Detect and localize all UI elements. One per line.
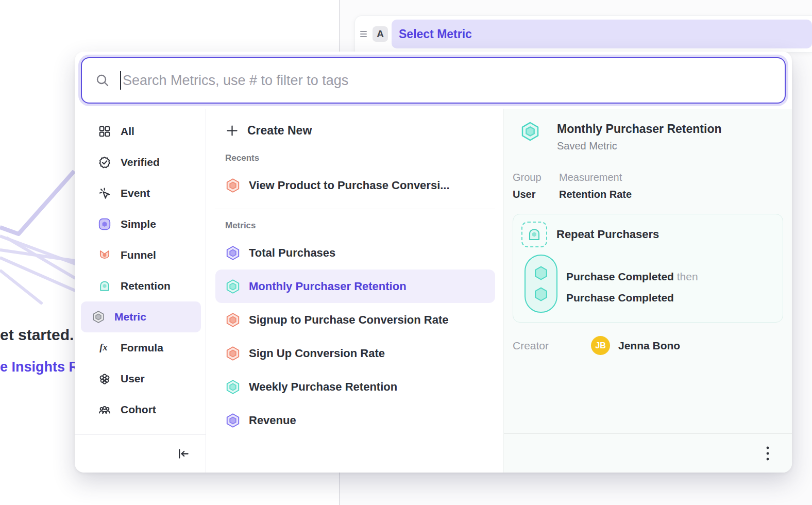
sidebar-item-label: Formula bbox=[121, 342, 163, 354]
sidebar-item-label: Metric bbox=[114, 311, 146, 323]
retention-metric-icon bbox=[225, 379, 241, 395]
metric-detail-panel: Monthly Purchaser Retention Saved Metric… bbox=[503, 109, 792, 473]
sidebar-item-formula[interactable]: fx Formula bbox=[81, 332, 201, 363]
metric-name: Weekly Purchase Retention bbox=[249, 380, 397, 394]
metrics-section-label: Metrics bbox=[206, 221, 503, 231]
sidebar-footer bbox=[75, 434, 206, 473]
select-metric-bar: A Select Metric bbox=[354, 15, 812, 53]
metric-row-signup-to-purchase[interactable]: Signup to Purchase Conversion Rate bbox=[215, 303, 495, 336]
background-insights-link-clipped[interactable]: e Insights Re bbox=[0, 359, 77, 375]
creator-avatar: JB bbox=[591, 336, 610, 355]
group-value: User bbox=[513, 189, 559, 200]
sidebar-item-event[interactable]: Event bbox=[81, 178, 201, 209]
sidebar-item-verified[interactable]: Verified bbox=[81, 147, 201, 178]
plus-icon bbox=[225, 124, 239, 138]
retention-metric-icon bbox=[225, 279, 241, 294]
group-label: Group bbox=[513, 172, 559, 183]
step-1-event: Purchase Completed bbox=[566, 271, 674, 282]
funnel-metric-icon bbox=[225, 346, 241, 361]
svg-text:fx: fx bbox=[99, 342, 107, 352]
metric-list-column: Create New Recents View Product to Purch… bbox=[206, 109, 504, 473]
measurement-label: Measurement bbox=[559, 172, 632, 183]
formula-icon: fx bbox=[98, 341, 111, 355]
sidebar-item-label: Retention bbox=[121, 280, 171, 292]
step-2-event: Purchase Completed bbox=[566, 287, 698, 308]
step-hexagon-icon bbox=[532, 285, 550, 303]
funnel-icon bbox=[98, 248, 111, 262]
user-icon bbox=[98, 372, 111, 385]
sidebar-item-user[interactable]: User bbox=[81, 363, 201, 394]
create-new-label: Create New bbox=[247, 124, 312, 138]
drag-handle-icon[interactable] bbox=[358, 31, 369, 37]
metric-row-sign-up-conversion[interactable]: Sign Up Conversion Rate bbox=[215, 336, 495, 370]
metric-row-revenue[interactable]: Revenue bbox=[215, 403, 495, 437]
recent-metric-row[interactable]: View Product to Purchase Conversi... bbox=[215, 170, 495, 201]
sidebar-item-label: All bbox=[121, 125, 134, 138]
step-hexagon-icon bbox=[532, 264, 550, 282]
sidebar-item-label: Verified bbox=[121, 156, 160, 169]
creator-label: Creator bbox=[513, 340, 591, 352]
metric-preview-card: Repeat Purchasers Purchase Completed the… bbox=[513, 214, 783, 323]
metric-name: Monthly Purchaser Retention bbox=[249, 280, 407, 293]
funnel-metric-icon bbox=[225, 178, 241, 193]
retention-metric-icon-large bbox=[520, 121, 540, 142]
metric-name: Total Purchases bbox=[249, 246, 335, 260]
metric-name: Sign Up Conversion Rate bbox=[249, 347, 385, 360]
series-a-badge: A bbox=[373, 26, 388, 42]
sidebar-item-label: Event bbox=[121, 187, 150, 199]
metric-row-monthly-purchaser-retention[interactable]: Monthly Purchaser Retention bbox=[215, 270, 495, 303]
simple-metric-icon bbox=[225, 245, 241, 261]
sidebar-item-metric[interactable]: Metric bbox=[81, 301, 201, 332]
sidebar-item-label: Simple bbox=[121, 218, 156, 230]
simple-metric-icon bbox=[225, 413, 241, 428]
measurement-value: Retention Rate bbox=[559, 189, 632, 200]
sidebar-item-label: Cohort bbox=[121, 403, 156, 416]
sidebar-item-all[interactable]: All bbox=[81, 116, 201, 147]
search-area bbox=[75, 52, 792, 109]
metric-name: Signup to Purchase Conversion Rate bbox=[249, 313, 449, 327]
creator-name: Jenna Bono bbox=[618, 340, 680, 352]
metric-row-weekly-purchase-retention[interactable]: Weekly Purchase Retention bbox=[215, 370, 495, 403]
sidebar-item-simple[interactable]: Simple bbox=[81, 209, 201, 240]
cohort-icon bbox=[98, 403, 111, 416]
retention-preview-icon bbox=[521, 222, 547, 247]
metrics-list: Total Purchases Monthly Purchaser Retent… bbox=[206, 236, 503, 437]
metric-hexagon-icon bbox=[92, 310, 105, 324]
retention-steps-capsule bbox=[525, 255, 557, 313]
background-chart-illustration bbox=[0, 170, 75, 325]
create-new-button[interactable]: Create New bbox=[206, 119, 503, 142]
metric-name: Revenue bbox=[249, 414, 296, 427]
grid-icon bbox=[98, 125, 111, 138]
sidebar-item-label: User bbox=[121, 373, 145, 385]
collapse-sidebar-icon[interactable] bbox=[176, 447, 190, 461]
list-divider bbox=[215, 209, 495, 209]
event-cursor-icon bbox=[98, 187, 111, 200]
search-icon bbox=[95, 73, 110, 88]
simple-icon bbox=[98, 217, 111, 231]
metric-name: View Product to Purchase Conversi... bbox=[249, 179, 450, 192]
search-input[interactable] bbox=[123, 58, 785, 103]
preview-title: Repeat Purchasers bbox=[556, 228, 659, 241]
detail-title: Monthly Purchaser Retention bbox=[557, 121, 721, 136]
sidebar-item-retention[interactable]: Retention bbox=[81, 271, 201, 301]
search-box[interactable] bbox=[81, 57, 786, 104]
metric-row-total-purchases[interactable]: Total Purchases bbox=[215, 236, 495, 270]
verified-icon bbox=[98, 156, 111, 169]
kebab-menu-icon[interactable] bbox=[765, 445, 770, 462]
recents-section-label: Recents bbox=[206, 153, 503, 163]
detail-subtitle: Saved Metric bbox=[557, 140, 721, 152]
then-connector: then bbox=[677, 271, 698, 282]
metric-picker-modal: All Verified bbox=[75, 52, 792, 473]
sidebar-item-label: Funnel bbox=[121, 249, 156, 261]
background-heading-clipped: et started. bbox=[0, 326, 77, 344]
detail-panel-footer bbox=[504, 433, 792, 473]
retention-icon bbox=[98, 279, 111, 293]
funnel-metric-icon bbox=[225, 312, 241, 328]
select-metric-button[interactable]: Select Metric bbox=[392, 20, 812, 48]
sidebar-item-cohort[interactable]: Cohort bbox=[81, 394, 201, 425]
sidebar-item-funnel[interactable]: Funnel bbox=[81, 240, 201, 271]
text-cursor bbox=[120, 71, 121, 90]
filter-sidebar: All Verified bbox=[75, 109, 206, 473]
